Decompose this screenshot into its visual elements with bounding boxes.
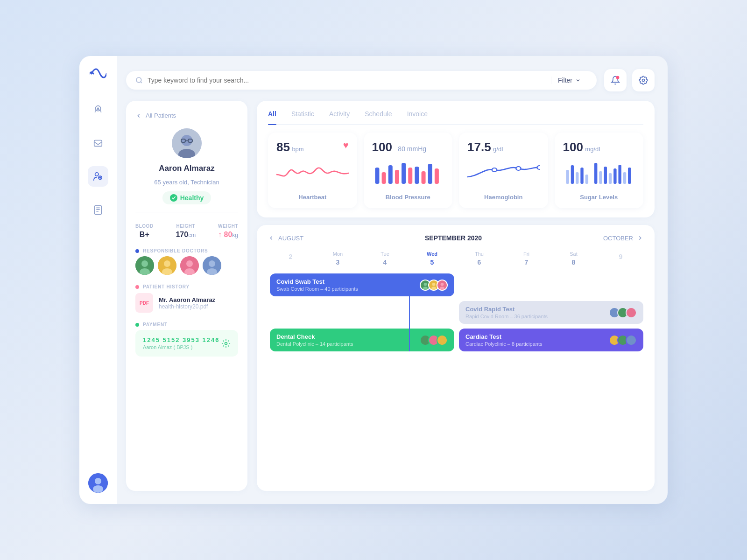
doctors-section: RESPONSIBLE DOCTORS xyxy=(135,248,238,275)
pdf-icon[interactable]: PDF xyxy=(135,293,153,313)
svg-point-61 xyxy=(432,283,436,286)
history-section: PATIENT HISTORY PDF Mr. Aaoron Almaraz h… xyxy=(135,284,238,313)
svg-rect-56 xyxy=(628,168,631,184)
back-button[interactable]: All Patients xyxy=(135,112,238,119)
dental-avatars xyxy=(420,335,448,346)
svg-rect-2 xyxy=(94,140,102,147)
patient-name: Aaron Almaraz xyxy=(159,164,214,173)
payment-section: PAYMENT 1245 5152 3953 1246 Aaron Almaz … xyxy=(135,322,238,357)
sidebar-user-avatar[interactable] xyxy=(88,473,108,493)
calendar-next[interactable]: OCTOBER xyxy=(603,235,643,242)
svg-rect-46 xyxy=(576,172,578,184)
svg-point-43 xyxy=(537,166,539,169)
tab-activity[interactable]: Activity xyxy=(329,110,350,124)
svg-rect-35 xyxy=(402,163,406,184)
metric-haemoglobin: 17.5 g/dL xyxy=(459,133,548,208)
patient-profile: Aaron Almaraz 65 years old, Technician H… xyxy=(135,128,238,212)
svg-rect-48 xyxy=(585,175,588,184)
payment-gear-icon[interactable] xyxy=(221,339,231,348)
svg-rect-33 xyxy=(388,165,392,184)
search-input[interactable] xyxy=(148,77,546,84)
tabs: All Statistic Activity Schedule Invoice xyxy=(268,110,643,125)
calendar-prev[interactable]: AUGUST xyxy=(268,235,303,242)
patient-avatar xyxy=(172,128,202,158)
vital-height: HEIGHT 170cm xyxy=(176,224,196,239)
svg-rect-32 xyxy=(381,172,386,184)
sidebar-item-inbox[interactable] xyxy=(88,133,108,153)
svg-point-42 xyxy=(516,167,521,170)
left-panel: All Patients Aaron xyxy=(126,101,247,491)
svg-point-30 xyxy=(225,342,227,344)
event-covid-rapid[interactable]: Covid Rapid Test Rapid Covid Room – 36 p… xyxy=(459,301,643,324)
svg-rect-51 xyxy=(604,167,606,184)
today-line xyxy=(409,273,410,351)
svg-point-10 xyxy=(616,76,620,79)
payment-card: 1245 5152 3953 1246 Aaron Almaz ( BPJS ) xyxy=(135,330,238,357)
svg-rect-52 xyxy=(608,173,611,184)
covid-swab-avatars xyxy=(420,280,448,291)
event-covid-swab[interactable]: Covid Swab Test Swab Covid Room – 40 par… xyxy=(270,273,454,296)
notification-button[interactable] xyxy=(604,69,627,91)
tab-all[interactable]: All xyxy=(268,110,276,124)
events-row-2: Covid Rapid Test Rapid Covid Room – 36 p… xyxy=(270,301,643,324)
history-item: PDF Mr. Aaoron Almaraz health-history20.… xyxy=(135,293,238,313)
doctor-avatar-1[interactable] xyxy=(135,256,154,275)
search-bar[interactable]: Filter xyxy=(126,71,597,90)
svg-rect-31 xyxy=(375,168,379,184)
svg-rect-55 xyxy=(623,172,626,184)
sidebar-nav xyxy=(88,99,108,473)
settings-button[interactable] xyxy=(632,69,655,91)
doctor-avatar-2[interactable] xyxy=(158,256,176,275)
svg-rect-39 xyxy=(428,164,432,184)
right-panel: All Statistic Activity Schedule Invoice xyxy=(257,101,655,491)
metrics-card: All Statistic Activity Schedule Invoice xyxy=(257,101,655,217)
svg-rect-37 xyxy=(415,167,419,184)
svg-point-7 xyxy=(95,478,101,484)
tab-statistic[interactable]: Statistic xyxy=(291,110,314,124)
tab-schedule[interactable]: Schedule xyxy=(365,110,392,124)
doctors-label: RESPONSIBLE DOCTORS xyxy=(135,248,238,253)
heart-icon: ♥ xyxy=(343,140,349,151)
event-avatar xyxy=(626,307,637,318)
svg-rect-34 xyxy=(395,170,399,184)
sidebar-item-monitor[interactable] xyxy=(88,99,108,119)
doctor-avatar-3[interactable] xyxy=(180,256,199,275)
cal-day-3[interactable]: Mon 3 xyxy=(315,249,360,268)
sidebar-item-report[interactable] xyxy=(88,200,108,220)
svg-rect-45 xyxy=(571,165,573,184)
svg-point-41 xyxy=(492,168,497,172)
event-cardiac[interactable]: Cardiac Test Cardiac Polyclinic – 8 part… xyxy=(459,329,643,351)
history-label: PATIENT HISTORY xyxy=(135,284,238,289)
cal-day-4[interactable]: Tue 4 xyxy=(362,249,408,268)
svg-point-74 xyxy=(627,336,636,345)
metric-blood-pressure: 100 80 mmHg xyxy=(364,133,453,208)
app-logo[interactable] xyxy=(90,67,106,82)
calendar-current-month: SEPTEMBER 2020 xyxy=(425,234,482,242)
svg-point-25 xyxy=(186,260,193,267)
cal-day-5-today[interactable]: Wed 5 xyxy=(409,249,455,268)
svg-point-58 xyxy=(424,283,427,286)
event-dental[interactable]: Dental Check Dental Polyclinic – 14 part… xyxy=(270,329,454,351)
filter-button[interactable]: Filter xyxy=(551,77,587,84)
calendar-grid: 2 Mon 3 Tue 4 Wed 5 xyxy=(268,249,643,268)
calendar-card: AUGUST SEPTEMBER 2020 OCTOBER xyxy=(257,225,655,491)
cal-day-6[interactable]: Thu 6 xyxy=(457,249,502,268)
svg-point-59 xyxy=(423,287,428,290)
cal-day-9[interactable]: 9 xyxy=(598,249,643,268)
sidebar-item-patient[interactable] xyxy=(88,166,108,187)
tab-invoice[interactable]: Invoice xyxy=(407,110,428,124)
cal-day-7[interactable]: Fri 7 xyxy=(504,249,549,268)
event-empty-2 xyxy=(270,301,454,324)
svg-point-28 xyxy=(209,260,215,267)
doctor-avatar-4[interactable] xyxy=(203,256,221,275)
svg-point-22 xyxy=(164,260,170,267)
svg-rect-38 xyxy=(421,171,425,184)
header: Filter xyxy=(126,69,655,91)
doctors-row xyxy=(135,256,238,275)
svg-rect-49 xyxy=(594,163,597,184)
cal-day-8[interactable]: Sat 8 xyxy=(551,249,596,268)
payment-label: PAYMENT xyxy=(135,322,238,327)
svg-point-1 xyxy=(97,107,99,109)
cal-day-2[interactable]: 2 xyxy=(268,249,313,268)
svg-point-3 xyxy=(95,173,99,176)
